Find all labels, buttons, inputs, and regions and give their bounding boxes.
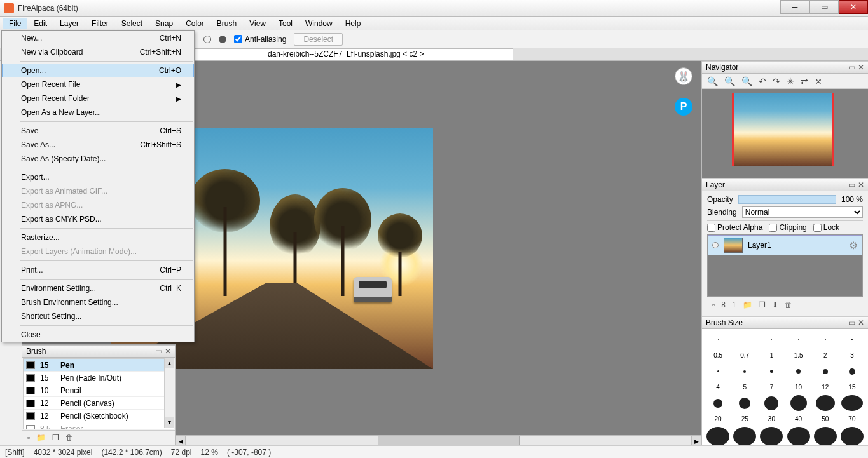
brush-scrollbar[interactable]: ▲ ▼ <box>164 358 174 428</box>
rotate-right-icon[interactable]: ↷ <box>773 76 780 86</box>
selection-mode-fill-icon[interactable] <box>219 36 226 43</box>
menu-file[interactable]: File <box>3 18 27 29</box>
blending-select[interactable]: Normal <box>742 206 863 218</box>
brush-item[interactable]: 8.5Eraser⚙ <box>24 422 174 429</box>
navigator-thumbnail[interactable] <box>734 93 832 166</box>
undock-icon[interactable]: ▭ <box>155 347 162 356</box>
menu-item-save-as[interactable]: Save As...Ctrl+Shift+S <box>2 138 194 152</box>
gear-icon[interactable]: ⚙ <box>849 239 858 252</box>
menu-item-new-via-clipboard[interactable]: New via ClipboardCtrl+Shift+N <box>2 45 194 59</box>
brush-size-dot[interactable] <box>705 395 731 411</box>
brush-size-dot[interactable] <box>839 332 865 347</box>
brush-size-dot[interactable] <box>731 395 758 411</box>
menu-brush[interactable]: Brush <box>210 18 243 29</box>
menu-item-save[interactable]: SaveCtrl+S <box>2 124 194 138</box>
menu-item-rasterize[interactable]: Rasterize... <box>2 231 194 245</box>
close-panel-icon[interactable]: ✕ <box>858 318 864 327</box>
scrollbar-thumb[interactable] <box>378 436 520 445</box>
brush-size-dot[interactable] <box>785 332 812 347</box>
pixiv-icon[interactable]: P <box>675 98 692 116</box>
undock-icon[interactable]: ▭ <box>848 180 855 189</box>
scroll-right-icon[interactable]: ▶ <box>691 436 701 445</box>
brush-size-dot[interactable] <box>705 363 731 379</box>
close-panel-icon[interactable]: ✕ <box>858 180 864 189</box>
merge-down-icon[interactable]: ⬇ <box>772 300 778 309</box>
minimize-button[interactable]: ─ <box>780 0 809 14</box>
brush-item[interactable]: 15Pen (Fade In/Out)⚙ <box>24 372 174 384</box>
document-tab[interactable]: dan-kreibich--5ZCZF7_LfI-unsplash.jpg < … <box>178 48 513 60</box>
new-brush-icon[interactable]: ▫ <box>27 433 30 442</box>
menu-window[interactable]: Window <box>299 18 339 29</box>
brushsize-panel-header[interactable]: Brush Size ▭✕ <box>702 316 868 329</box>
new-8bit-layer-icon[interactable]: 8 <box>721 300 726 309</box>
brush-size-dot[interactable] <box>758 427 785 445</box>
brush-size-dot[interactable] <box>731 363 758 379</box>
layer-visibility-icon[interactable] <box>712 242 719 248</box>
brush-item[interactable]: 15Pen⚙ <box>24 359 174 372</box>
brush-size-dot[interactable] <box>812 427 839 445</box>
scroll-left-icon[interactable]: ◀ <box>176 436 186 445</box>
menu-item-open-recent-folder[interactable]: Open Recent Folder▶ <box>2 91 194 105</box>
menu-color[interactable]: Color <box>179 18 210 29</box>
menu-item-print[interactable]: Print...Ctrl+P <box>2 263 194 277</box>
menu-tool[interactable]: Tool <box>272 18 299 29</box>
scroll-down-icon[interactable]: ▼ <box>165 417 174 428</box>
horizontal-scrollbar[interactable]: ◀ ▶ <box>176 435 701 445</box>
menu-item-environment-setting[interactable]: Environment Setting...Ctrl+K <box>2 281 194 295</box>
close-button[interactable]: ✕ <box>839 0 868 14</box>
delete-layer-icon[interactable]: 🗑 <box>785 300 792 309</box>
brush-size-dot[interactable] <box>758 332 785 347</box>
navigator-panel-header[interactable]: Navigator ▭✕ <box>702 61 868 74</box>
protect-alpha-checkbox[interactable]: Protect Alpha <box>707 223 762 232</box>
lock-checkbox[interactable]: Lock <box>813 223 839 232</box>
close-panel-icon[interactable]: ✕ <box>165 347 171 356</box>
scroll-up-icon[interactable]: ▲ <box>165 358 174 368</box>
zoom-fit-icon[interactable]: 🔍 <box>741 76 752 86</box>
new-1bit-layer-icon[interactable]: 1 <box>732 300 736 309</box>
brush-size-dot[interactable] <box>812 395 839 411</box>
menu-select[interactable]: Select <box>115 18 149 29</box>
zoom-in-icon[interactable]: 🔍 <box>707 76 718 86</box>
zoom-out-icon[interactable]: 🔍 <box>724 76 735 86</box>
maximize-button[interactable]: ▭ <box>809 0 839 14</box>
opacity-slider[interactable] <box>738 195 836 204</box>
brush-size-dot[interactable] <box>705 427 731 445</box>
menu-layer[interactable]: Layer <box>53 18 85 29</box>
duplicate-brush-icon[interactable]: ❐ <box>52 433 59 442</box>
reset-rotation-icon[interactable]: ✳ <box>787 76 794 86</box>
brush-size-dot[interactable] <box>785 427 812 445</box>
menu-item-open-recent-file[interactable]: Open Recent File▶ <box>2 77 194 91</box>
menu-item-new[interactable]: New...Ctrl+N <box>2 31 194 45</box>
layer-item[interactable]: Layer1 ⚙ <box>708 235 862 255</box>
brush-item[interactable]: 12Pencil (Sketchbook)⚙ <box>24 410 174 422</box>
brush-size-dot[interactable] <box>758 395 785 411</box>
close-panel-icon[interactable]: ✕ <box>858 63 864 72</box>
brush-size-dot[interactable] <box>758 363 785 379</box>
layer-panel-header[interactable]: Layer ▭✕ <box>702 178 868 191</box>
undock-icon[interactable]: ▭ <box>848 63 855 72</box>
menu-item-open[interactable]: Open...Ctrl+O <box>2 64 194 77</box>
menu-edit[interactable]: Edit <box>27 18 53 29</box>
new-folder-icon[interactable]: 📁 <box>743 300 752 309</box>
brush-folder-icon[interactable]: 📁 <box>36 433 46 442</box>
brush-size-dot[interactable] <box>705 332 731 347</box>
brush-size-dot[interactable] <box>731 427 758 445</box>
brush-size-dot[interactable] <box>839 363 865 379</box>
brush-size-dot[interactable] <box>839 395 865 411</box>
brush-size-dot[interactable] <box>785 363 812 379</box>
brush-item[interactable]: 10Pencil⚙ <box>24 384 174 397</box>
menu-item-export[interactable]: Export... <box>2 170 194 184</box>
menu-view[interactable]: View <box>243 18 272 29</box>
new-layer-icon[interactable]: ▫ <box>712 300 715 309</box>
deselect-button[interactable]: Deselect <box>294 33 343 46</box>
menu-item-close[interactable]: Close <box>2 328 194 342</box>
brush-size-dot[interactable] <box>812 363 839 379</box>
mascot-icon[interactable]: 🐰 <box>675 67 692 85</box>
menu-item-export-as-cmyk-psd[interactable]: Export as CMYK PSD... <box>2 212 194 226</box>
duplicate-layer-icon[interactable]: ❐ <box>759 300 766 309</box>
brush-size-dot[interactable] <box>812 332 839 347</box>
selection-mode-outline-icon[interactable] <box>203 36 211 43</box>
flip-h-icon[interactable]: ⇄ <box>801 76 808 86</box>
brush-item[interactable]: 12Pencil (Canvas)⚙ <box>24 397 174 410</box>
brush-size-dot[interactable] <box>785 395 812 411</box>
